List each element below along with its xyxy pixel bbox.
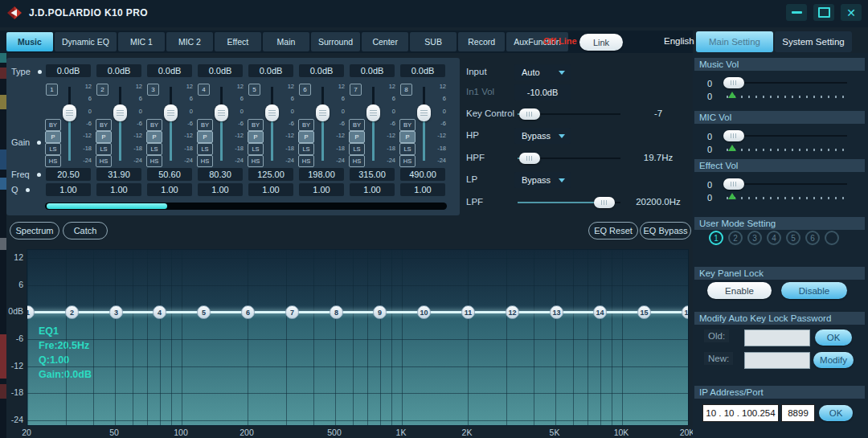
tab-mic-1[interactable]: MIC 1 bbox=[118, 32, 165, 51]
port-input[interactable] bbox=[781, 404, 815, 422]
eq-band-marker[interactable]: 4 bbox=[153, 305, 166, 319]
channel-type-value[interactable]: 0.0dB bbox=[147, 64, 192, 77]
eq-reset-button[interactable]: EQ Reset bbox=[588, 222, 638, 239]
channel-freq-value[interactable]: 50.60 bbox=[147, 168, 192, 181]
tab-system-setting[interactable]: System Setting bbox=[775, 31, 852, 52]
channel-p-button[interactable]: P bbox=[96, 131, 112, 143]
tab-main[interactable]: Main bbox=[263, 32, 309, 51]
channel-by-button[interactable]: BY bbox=[298, 119, 314, 131]
channel-ls-button[interactable]: LS bbox=[197, 143, 213, 155]
channel-hs-button[interactable]: HS bbox=[146, 155, 162, 167]
eq-band-marker[interactable]: 2 bbox=[65, 305, 79, 319]
mic-vol-slider-thumb[interactable] bbox=[723, 130, 744, 141]
channel-p-button[interactable]: P bbox=[45, 131, 61, 143]
eq-band-marker[interactable]: 11 bbox=[461, 305, 475, 319]
channel-freq-value[interactable]: 80.30 bbox=[198, 168, 243, 181]
eq-bypass-button[interactable]: EQ Bypass bbox=[640, 222, 691, 239]
music-vol-slider-thumb[interactable] bbox=[723, 77, 744, 88]
channel-q-value[interactable]: 1.00 bbox=[400, 183, 445, 196]
channel-p-button[interactable]: P bbox=[146, 131, 162, 143]
channel-type-value[interactable]: 0.0dB bbox=[198, 64, 243, 77]
channel-type-value[interactable]: 0.0dB bbox=[96, 64, 141, 77]
language-selector[interactable]: English bbox=[664, 36, 694, 46]
channel-type-value[interactable]: 0.0dB bbox=[350, 64, 395, 77]
gain-slider-thumb[interactable] bbox=[164, 104, 178, 121]
input-dropdown[interactable]: Auto bbox=[514, 64, 571, 80]
old-password-input[interactable] bbox=[744, 330, 810, 346]
password-modify-button[interactable]: Modify bbox=[813, 352, 854, 368]
channel-type-value[interactable]: 0.0dB bbox=[46, 64, 91, 77]
lp-dropdown[interactable]: Bypass bbox=[514, 172, 571, 188]
eq-band-marker[interactable]: 3 bbox=[109, 305, 123, 319]
channel-p-button[interactable]: P bbox=[197, 131, 213, 143]
key-control-slider[interactable] bbox=[518, 113, 620, 115]
catch-button[interactable]: Catch bbox=[63, 222, 108, 239]
eq-band-marker[interactable]: 6 bbox=[241, 305, 255, 319]
eq-band-marker[interactable]: 15 bbox=[637, 305, 651, 319]
channel-ls-button[interactable]: LS bbox=[399, 143, 416, 155]
eq-band-marker[interactable]: 12 bbox=[506, 305, 519, 319]
gain-slider-thumb[interactable] bbox=[417, 104, 431, 121]
channel-hs-button[interactable]: HS bbox=[298, 155, 314, 167]
channel-ls-button[interactable]: LS bbox=[298, 143, 314, 155]
channel-freq-value[interactable]: 198.00 bbox=[299, 168, 344, 181]
channel-by-button[interactable]: BY bbox=[399, 119, 416, 131]
eq-band-marker[interactable]: 9 bbox=[373, 305, 387, 319]
eq-band-marker[interactable]: 7 bbox=[285, 305, 299, 319]
tab-surround[interactable]: Surround bbox=[311, 32, 360, 51]
channel-q-value[interactable]: 1.00 bbox=[350, 183, 395, 196]
gain-slider-thumb[interactable] bbox=[265, 104, 279, 121]
minimize-button[interactable] bbox=[786, 4, 807, 21]
eq-band-marker[interactable]: 13 bbox=[550, 305, 563, 319]
password-ok-button[interactable]: OK bbox=[815, 330, 852, 346]
channel-freq-value[interactable]: 20.50 bbox=[46, 168, 91, 181]
channel-p-button[interactable]: P bbox=[248, 131, 264, 143]
channel-q-value[interactable]: 1.00 bbox=[147, 183, 192, 196]
channel-q-value[interactable]: 1.00 bbox=[198, 183, 243, 196]
channel-type-value[interactable]: 0.0dB bbox=[400, 64, 445, 77]
tab-record[interactable]: Record bbox=[458, 32, 505, 51]
ip-address-input[interactable] bbox=[702, 404, 779, 422]
channel-type-value[interactable]: 0.0dB bbox=[299, 64, 344, 77]
channel-ls-button[interactable]: LS bbox=[349, 143, 365, 155]
channel-freq-value[interactable]: 125.00 bbox=[248, 168, 293, 181]
gain-slider-thumb[interactable] bbox=[366, 104, 380, 121]
channel-ls-button[interactable]: LS bbox=[45, 143, 61, 155]
channel-hs-button[interactable]: HS bbox=[45, 155, 61, 167]
slider-thumb[interactable] bbox=[519, 108, 540, 120]
tab-sub[interactable]: SUB bbox=[410, 32, 457, 51]
lpf-slider[interactable] bbox=[518, 202, 620, 203]
new-password-input[interactable] bbox=[744, 352, 810, 369]
channel-p-button[interactable]: P bbox=[349, 131, 365, 143]
user-mode-5[interactable]: 5 bbox=[786, 231, 800, 245]
band-scrollbar[interactable] bbox=[45, 203, 447, 210]
tab-effect[interactable]: Effect bbox=[215, 32, 261, 51]
channel-ls-button[interactable]: LS bbox=[248, 143, 264, 155]
user-mode-extra[interactable] bbox=[825, 231, 839, 245]
tab-dynamic-eq[interactable]: Dynamic EQ bbox=[55, 32, 117, 51]
tab-music[interactable]: Music bbox=[6, 32, 53, 51]
channel-by-button[interactable]: BY bbox=[197, 119, 213, 131]
gain-slider-thumb[interactable] bbox=[63, 104, 76, 121]
channel-q-value[interactable]: 1.00 bbox=[96, 183, 141, 196]
gain-slider-thumb[interactable] bbox=[316, 104, 330, 121]
user-mode-6[interactable]: 6 bbox=[805, 231, 820, 245]
eq-band-marker[interactable]: 5 bbox=[197, 305, 211, 319]
channel-freq-value[interactable]: 315.00 bbox=[350, 168, 395, 181]
channel-type-value[interactable]: 0.0dB bbox=[248, 64, 293, 77]
hp-dropdown[interactable]: Bypass bbox=[514, 128, 571, 144]
channel-q-value[interactable]: 1.00 bbox=[46, 183, 91, 196]
disable-button[interactable]: Disable bbox=[781, 282, 847, 299]
eq-band-marker[interactable]: 8 bbox=[330, 305, 343, 319]
in1-vol-field[interactable]: -10.0dB bbox=[514, 84, 571, 100]
channel-by-button[interactable]: BY bbox=[349, 119, 365, 131]
channel-by-button[interactable]: BY bbox=[45, 119, 61, 131]
eq-band-marker[interactable]: 14 bbox=[593, 305, 607, 319]
user-mode-3[interactable]: 3 bbox=[747, 231, 762, 245]
eq-band-marker[interactable]: 1 bbox=[27, 305, 35, 319]
channel-by-button[interactable]: BY bbox=[248, 119, 264, 131]
channel-p-button[interactable]: P bbox=[399, 131, 416, 143]
channel-p-button[interactable]: P bbox=[298, 131, 314, 143]
channel-freq-value[interactable]: 31.90 bbox=[96, 168, 141, 181]
channel-q-value[interactable]: 1.00 bbox=[248, 183, 293, 196]
